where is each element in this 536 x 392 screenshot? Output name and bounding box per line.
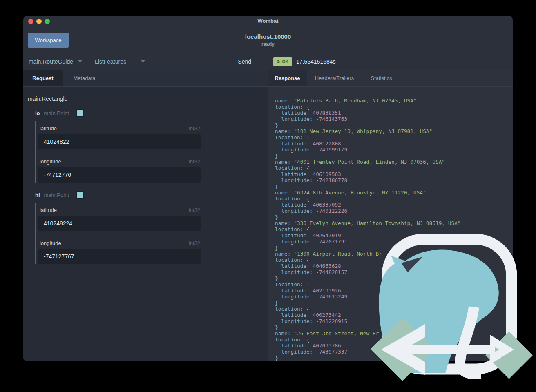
response-line: longitude: -743999179 <box>275 147 461 153</box>
chevron-down-icon[interactable] <box>78 60 82 63</box>
response-line: location: { <box>275 134 461 140</box>
response-line: } <box>275 183 461 189</box>
response-line: name: "4001 Tremley Point Road, Linden, … <box>275 159 461 165</box>
workspace-button[interactable]: Workspace <box>28 33 69 48</box>
checkbox-checked-fill <box>77 192 83 198</box>
field-label: latitude <box>40 207 57 213</box>
hi-longitude-input[interactable]: -747127767 <box>38 249 201 264</box>
response-line: longitude: -740122226 <box>275 208 461 214</box>
field-type: main.Point <box>44 192 69 198</box>
lo-latitude-input[interactable]: 41024822 <box>38 134 201 149</box>
tab-statistics[interactable]: Statistics <box>362 70 401 86</box>
response-line: longitude: -741220915 <box>275 318 461 324</box>
chevron-down-icon[interactable] <box>141 60 145 63</box>
hi-latitude-input[interactable]: 410248224 <box>38 216 201 231</box>
response-line: latitude: 406337092 <box>275 202 461 208</box>
response-line: latitude: 402133926 <box>275 287 461 294</box>
traffic-lights <box>28 19 50 24</box>
response-line: name: "101 New Jersey 10, Whippany, NJ 0… <box>275 128 461 134</box>
response-line: } <box>275 324 461 330</box>
response-line: latitude: 402647019 <box>275 232 461 238</box>
response-line: longitude: -743977337 <box>275 349 461 355</box>
message-type-label: main.Rectangle <box>28 96 268 103</box>
response-line: latitude: 408122808 <box>275 140 461 147</box>
toolbar-right: 0: OK 17.554151684s <box>268 53 513 70</box>
titlebar[interactable]: Wombat <box>23 16 513 27</box>
panel-divider <box>268 53 268 361</box>
response-line: name: "26 East 3rd Street, New Pr <box>275 330 461 336</box>
response-line: } <box>275 300 461 306</box>
field-scalar-type: int32 <box>189 158 200 165</box>
response-line: } <box>275 214 461 220</box>
method-select[interactable]: ListFeatures <box>95 58 126 65</box>
minimize-button[interactable] <box>36 19 42 24</box>
response-line: latitude: 406109563 <box>275 171 461 177</box>
field-label-row: longitudeint32 <box>40 238 202 248</box>
toolbar-left: main.RouteGuide ListFeatures Send <box>23 53 268 70</box>
send-button[interactable]: Send <box>235 53 254 70</box>
tab-response[interactable]: Response <box>268 70 307 86</box>
response-line: longitude: -746143763 <box>275 116 461 122</box>
response-line: location: { <box>275 306 461 312</box>
field-header-hi: himain.Point <box>35 189 268 200</box>
field-label-row: longitudeint32 <box>40 156 202 166</box>
service-select[interactable]: main.RouteGuide <box>29 58 73 65</box>
request-tabs: Request Metadata <box>23 70 268 87</box>
field-scalar-type: int32 <box>189 125 200 131</box>
tab-request[interactable]: Request <box>23 70 63 86</box>
field-name: lo <box>35 110 40 116</box>
response-line: location: { <box>275 104 461 110</box>
field-scalar-type: int32 <box>189 207 200 213</box>
response-line: location: { <box>275 336 461 343</box>
lo-longitude-input[interactable]: -74712776 <box>38 167 201 183</box>
field-label: longitude <box>40 240 61 246</box>
connection-status: localhost:10000 ready <box>23 33 513 47</box>
response-line: } <box>275 153 461 159</box>
response-line: longitude: -743613249 <box>275 294 461 300</box>
response-line: longitude: -744820157 <box>275 269 461 275</box>
response-tabs: Response Headers/Trailers Statistics <box>268 70 513 87</box>
response-line: name: "Patriots Path, Mendham, NJ 07945,… <box>275 98 461 104</box>
response-panel: name: "Patriots Path, Mendham, NJ 07945,… <box>268 87 513 361</box>
response-line: location: { <box>275 226 461 232</box>
field-label-row: latitudeint32 <box>40 205 202 215</box>
status-badge: 0: OK <box>273 57 292 66</box>
response-line: name: "1300 Airport Road, North Br <box>275 251 461 257</box>
response-line: } <box>275 245 461 251</box>
response-line: } <box>275 275 461 281</box>
response-output[interactable]: name: "Patriots Path, Mendham, NJ 07945,… <box>275 98 461 361</box>
field-enabled-checkbox[interactable] <box>76 109 84 117</box>
checkbox-checked-fill <box>77 110 83 116</box>
field-label: latitude <box>40 125 57 131</box>
server-address: localhost:10000 <box>23 33 513 40</box>
response-line: longitude: -747071791 <box>275 238 461 245</box>
field-header-lo: lomain.Point <box>35 108 268 118</box>
response-line: location: { <box>275 257 461 263</box>
request-duration: 17.554151684s <box>296 58 336 65</box>
tab-metadata[interactable]: Metadata <box>63 70 106 86</box>
response-line: longitude: -742186778 <box>275 177 461 183</box>
response-line: location: { <box>275 165 461 171</box>
response-line: name: "330 Evelyn Avenue, Hamilton Towns… <box>275 220 461 226</box>
connection-state: ready <box>23 41 513 47</box>
tabs-row: Request Metadata Response Headers/Traile… <box>23 70 513 87</box>
window-title: Wombat <box>23 16 513 27</box>
request-form: main.Rectangle lomain.Pointlatitudeint32… <box>23 87 268 264</box>
zoom-button[interactable] <box>45 19 50 24</box>
response-line: latitude: 407033786 <box>275 343 461 349</box>
response-line: location: { <box>275 281 461 287</box>
response-line: name: "6324 8th Avenue, Brooklyn, NY 112… <box>275 189 461 196</box>
tab-headers-trailers[interactable]: Headers/Trailers <box>307 70 362 86</box>
response-line: location: { <box>275 196 461 202</box>
response-line: latitude: 407838351 <box>275 110 461 116</box>
desktop-background: Wombat Workspace localhost:10000 ready m… <box>0 0 536 392</box>
field-enabled-checkbox[interactable] <box>76 191 84 199</box>
field-label: longitude <box>40 158 61 165</box>
response-line: latitude: 404663628 <box>275 263 461 269</box>
field-name: hi <box>35 192 40 198</box>
response-line: } <box>275 122 461 128</box>
field-type: main.Point <box>44 110 69 116</box>
form-groups: lomain.Pointlatitudeint3241024822longitu… <box>28 108 268 264</box>
response-line: } <box>275 355 461 361</box>
close-button[interactable] <box>28 19 34 24</box>
